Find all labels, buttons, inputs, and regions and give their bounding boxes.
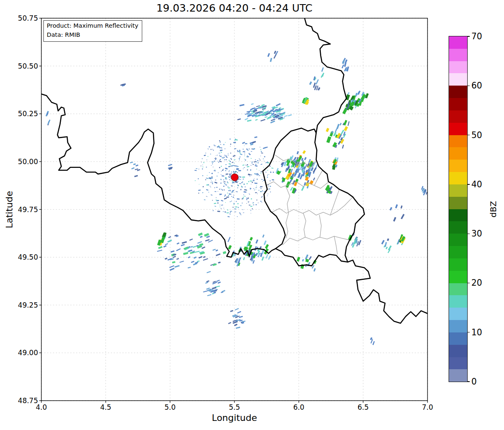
y-tick-label: 49.00 (0, 349, 38, 357)
colorbar-segment-27.5-30dbz (449, 234, 467, 246)
echo-cluster-ne-scatter (309, 67, 325, 91)
colorbar-segment-60-62.5dbz (449, 73, 467, 86)
radar-location-marker (231, 174, 238, 181)
echo-cluster-far-east-green-cell (397, 234, 406, 245)
border-lux-canton-south (283, 236, 350, 245)
colorbar-tick-label: 60 (471, 81, 482, 91)
colorbar-segment-17.5-20dbz (449, 283, 467, 296)
x-tick-label: 4.5 (100, 403, 111, 411)
product-annotation-box: Product: Maximum Reflectivity Data: RMIB (43, 20, 142, 42)
radar-echoes (45, 50, 428, 345)
colorbar-segment-52.5-55dbz (449, 110, 467, 123)
colorbar-tick-label: 30 (471, 229, 482, 239)
colorbar-segment-10-12.5dbz (449, 320, 467, 332)
echo-cluster-east-mid-streaks (326, 120, 350, 148)
echo-cluster-givet-specks (120, 84, 126, 87)
colorbar-segment-40-42.5dbz (449, 172, 467, 184)
reflectivity-colorbar (449, 36, 467, 382)
x-tick-label: 6.0 (293, 403, 304, 411)
colorbar-tick-mark (467, 86, 470, 86)
colorbar-segment-50-52.5dbz (449, 123, 467, 135)
colorbar-segment-12.5-15dbz (449, 308, 467, 320)
colorbar-tick-mark (467, 36, 470, 36)
colorbar-tick-label: 0 (471, 377, 477, 387)
echo-cluster-right-edge-specks (421, 186, 428, 196)
border-france-belgium (38, 93, 276, 257)
colorbar-segment-20-22.5dbz (449, 271, 467, 283)
colorbar-tick-label: 70 (471, 31, 482, 41)
border-lux-canton-w-vert2 (286, 213, 289, 238)
echo-cluster-green-cell (302, 97, 309, 105)
echo-cluster-bottom-right-streak (370, 337, 375, 345)
colorbar-title: dBZ (488, 201, 498, 217)
y-tick-label: 48.75 (0, 397, 38, 405)
colorbar-tick-mark (467, 135, 470, 135)
colorbar-tick-label: 50 (471, 130, 482, 140)
echo-cluster-sw-green-cell (157, 232, 167, 246)
colorbar-segment-55-57.5dbz (449, 98, 467, 110)
echo-cluster-south-trail-upper (203, 280, 225, 296)
border-lux-canton-vianden (314, 170, 322, 186)
colorbar-segment-22.5-25dbz (449, 258, 467, 271)
axis-tick-marks (39, 18, 428, 403)
country-borders (38, 14, 430, 323)
colorbar-segment-30-32.5dbz (449, 221, 467, 234)
echo-cluster-lux-ne-orange-cell (332, 157, 339, 170)
x-tick-label: 5.5 (229, 403, 240, 411)
product-label: Product: Maximum Reflectivity (47, 22, 139, 31)
colorbar-tick-mark (467, 283, 470, 283)
colorbar-segment-7.5-10dbz (449, 332, 467, 345)
border-lux-canton-c-vert1 (303, 213, 306, 237)
echo-cluster-far-west-specks (45, 111, 50, 125)
echo-cluster-north-band (237, 103, 292, 123)
echo-cluster-mid-left-specks (168, 164, 173, 170)
echo-cluster-moselle-specks (389, 204, 404, 222)
x-tick-label: 7.0 (422, 403, 433, 411)
echo-cluster-radar-ne-specks (242, 136, 268, 150)
y-tick-label: 50.25 (0, 110, 38, 118)
colorbar-segment-42.5-45dbz (449, 160, 467, 172)
y-tick-label: 49.50 (0, 253, 38, 261)
colorbar-segment-15-17.5dbz (449, 295, 467, 308)
y-tick-label: 49.75 (0, 205, 38, 213)
colorbar-tick-label: 10 (471, 327, 482, 337)
x-axis-title: Longitude (41, 413, 428, 423)
colorbar-segment-62.5-65dbz (449, 61, 467, 74)
y-tick-label: 49.25 (0, 301, 38, 309)
colorbar-tick-mark (467, 332, 470, 332)
echo-cluster-east-specks (381, 238, 392, 253)
colorbar-segment-0-2.5dbz (449, 369, 467, 382)
data-source-label: Data: RMIB (47, 31, 139, 40)
colorbar-segment-57.5-60dbz (449, 86, 467, 98)
colorbar-tick-label: 20 (471, 278, 482, 288)
echo-cluster-west-specks (130, 162, 140, 177)
colorbar-segment-35-37.5dbz (449, 197, 467, 209)
border-lux-canton-c-vert2 (320, 215, 322, 237)
colorbar-tick-mark (467, 381, 470, 382)
y-tick-label: 50.50 (0, 62, 38, 70)
x-tick-label: 5.0 (165, 403, 176, 411)
colorbar-tick-mark (467, 184, 470, 184)
colorbar-tick-label: 40 (471, 179, 482, 189)
colorbar-segment-45-47.5dbz (449, 147, 467, 160)
echo-cluster-south-trail-lower (228, 308, 246, 329)
echo-cluster-ne-upper-streak (342, 58, 349, 72)
colorbar-segment-47.5-50dbz (449, 135, 467, 148)
border-lux-canton-w-vert1 (286, 186, 290, 213)
border-france-germany (348, 260, 430, 323)
y-tick-label: 50.00 (0, 157, 38, 165)
colorbar-segment-2.5-5dbz (449, 357, 467, 370)
echo-cluster-lux-east-green-pair (325, 185, 332, 194)
colorbar-segment-32.5-35dbz (449, 209, 467, 222)
colorbar-segment-67.5-70dbz (449, 36, 467, 49)
colorbar-segment-65-67.5dbz (449, 49, 467, 61)
colorbar-segment-37.5-40dbz (449, 184, 467, 197)
border-belgium-luxembourg (263, 128, 316, 248)
border-lux-canton-mid (272, 197, 353, 215)
colorbar-segment-5-7.5dbz (449, 345, 467, 357)
echo-cluster-sw-arc-band (157, 232, 227, 273)
echo-cluster-top-mid-specks (268, 50, 278, 62)
colorbar-segment-25-27.5dbz (449, 246, 467, 258)
border-lux-canton-e-vert (334, 236, 337, 254)
radar-map-plot (0, 0, 504, 430)
